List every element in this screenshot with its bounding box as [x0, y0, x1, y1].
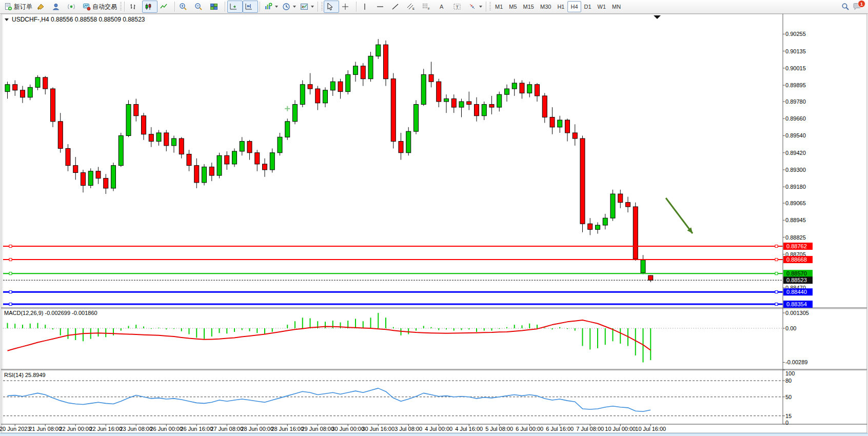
- svg-text:A: A: [440, 4, 444, 10]
- arrows-tool-button[interactable]: [466, 1, 484, 13]
- candle-body: [96, 171, 101, 179]
- auto-scroll-button[interactable]: [227, 1, 243, 13]
- resistance-line-1-handle[interactable]: [9, 245, 12, 248]
- paint-bucket-icon: [36, 3, 45, 11]
- candle-body: [633, 207, 638, 259]
- timeframe-m15-button[interactable]: M15: [520, 1, 537, 12]
- arrow-objects-icon: [468, 3, 477, 11]
- candle-body: [51, 89, 55, 122]
- candle-body: [308, 85, 312, 89]
- periods-button[interactable]: [280, 1, 298, 13]
- candle-body: [330, 82, 335, 90]
- time-axis-label: 20 Jun 2023: [0, 426, 31, 432]
- candle-body: [111, 166, 116, 188]
- candle-body: [240, 142, 244, 151]
- chart-shift-button[interactable]: [243, 1, 258, 13]
- time-axis[interactable]: 20 Jun 202321 Jun 08:0022 Jun 00:0022 Ju…: [0, 424, 666, 432]
- profile-icon: [52, 3, 60, 11]
- candle-body: [353, 66, 358, 75]
- chart-canvas[interactable]: MACD(12,26,9) -0.002699 -0.001860RSI(14)…: [0, 0, 868, 436]
- crosshair-tool-button[interactable]: [339, 1, 354, 13]
- line-chart-icon: [160, 3, 168, 11]
- zoom-in-button[interactable]: [177, 1, 192, 13]
- candle-body: [459, 102, 464, 107]
- bar-chart-button[interactable]: [127, 1, 142, 13]
- candle-body: [88, 171, 93, 186]
- resistance-line-1-handle[interactable]: [775, 245, 778, 248]
- price-axis-tick-label: 0.90255: [785, 31, 806, 37]
- channel-tool-button[interactable]: E: [405, 1, 420, 13]
- candle-body: [421, 74, 426, 104]
- candle-body: [451, 98, 456, 107]
- time-axis-label: 6 Jul 16:00: [546, 426, 574, 432]
- new-order-button[interactable]: 新订单: [2, 1, 34, 13]
- timeframe-m30-button[interactable]: M30: [537, 1, 554, 12]
- autotrading-button[interactable]: 自动交易: [81, 1, 119, 13]
- timeframe-w1-button[interactable]: W1: [595, 1, 609, 12]
- macd-axis-label: 0.001305: [785, 310, 809, 316]
- cursor-tool-button[interactable]: [324, 1, 339, 13]
- template-icon: [300, 3, 308, 11]
- support-line-blue-2-handle[interactable]: [775, 303, 778, 306]
- candle-body: [603, 218, 607, 225]
- broadcast-icon: [67, 3, 75, 11]
- text-icon: A: [438, 3, 446, 11]
- support-line-green-handle[interactable]: [9, 272, 12, 275]
- rsi-axis-label: 80: [785, 378, 792, 384]
- trendline-tool-button[interactable]: [389, 1, 405, 13]
- candle-body: [13, 85, 17, 90]
- time-axis-label: 7 Jul 08:00: [576, 426, 604, 432]
- tile-windows-icon: [210, 3, 218, 11]
- timeframe-m5-button[interactable]: M5: [506, 1, 520, 12]
- notifications-button[interactable]: 1: [853, 3, 862, 11]
- resistance-line-2-handle[interactable]: [9, 259, 12, 261]
- candle-body: [648, 275, 653, 280]
- resistance-line-2-handle[interactable]: [775, 259, 778, 261]
- candle-body: [542, 96, 547, 117]
- tile-windows-button[interactable]: [208, 1, 223, 13]
- candle-body: [187, 154, 191, 165]
- styler-button[interactable]: [34, 1, 50, 13]
- rsi-axis-label: 100: [785, 370, 795, 376]
- support-line-green-handle[interactable]: [775, 272, 778, 275]
- vertical-line-tool-button[interactable]: [359, 1, 374, 13]
- profiles-button[interactable]: [50, 1, 65, 13]
- time-axis-label: 28 Jun 16:00: [271, 426, 304, 432]
- news-button[interactable]: [65, 1, 81, 13]
- timeframe-h4-button[interactable]: H4: [567, 1, 581, 12]
- macd-axis-label: -0.00289: [785, 359, 807, 365]
- price-axis-tick-label: 0.89895: [785, 82, 806, 88]
- line-chart-button[interactable]: [157, 1, 173, 13]
- search-icon[interactable]: [841, 3, 850, 11]
- zoom-out-button[interactable]: [192, 1, 208, 13]
- time-axis-label: 5 Jul 08:00: [485, 426, 513, 432]
- svg-text:T: T: [456, 5, 459, 10]
- horizontal-line-tool-button[interactable]: [374, 1, 389, 13]
- candle-body: [270, 153, 274, 170]
- candle-body: [573, 133, 577, 138]
- templates-button[interactable]: [298, 1, 316, 13]
- support-line-blue-1-handle[interactable]: [775, 291, 778, 293]
- indicators-button[interactable]: [262, 1, 280, 13]
- fibonacci-tool-button[interactable]: F: [420, 1, 436, 13]
- support-line-blue-1-handle[interactable]: [9, 291, 12, 293]
- text-label-tool-button[interactable]: T: [451, 1, 466, 13]
- candle-body: [596, 225, 600, 229]
- timeframe-m1-button[interactable]: M1: [492, 1, 506, 12]
- timeframe-mn-button[interactable]: MN: [609, 1, 624, 12]
- rsi-axis-label: 0: [785, 420, 788, 426]
- candle-body: [475, 105, 479, 116]
- price-axis-tick-label: 0.88945: [785, 217, 806, 223]
- text-tool-button[interactable]: A: [436, 1, 451, 13]
- candlestick-chart-icon: [144, 3, 152, 11]
- rsi-axis-label: 15: [785, 413, 792, 419]
- zoom-in-icon: [179, 3, 187, 11]
- equidistant-channel-icon: E: [407, 3, 415, 11]
- timeframe-d1-button[interactable]: D1: [581, 1, 595, 12]
- candlestick-chart-button[interactable]: [142, 1, 157, 13]
- candle-body: [5, 85, 10, 92]
- timeframe-h1-button[interactable]: H1: [554, 1, 567, 12]
- candle-body: [558, 120, 562, 127]
- candle-body: [73, 166, 78, 173]
- support-line-blue-2-handle[interactable]: [9, 303, 12, 306]
